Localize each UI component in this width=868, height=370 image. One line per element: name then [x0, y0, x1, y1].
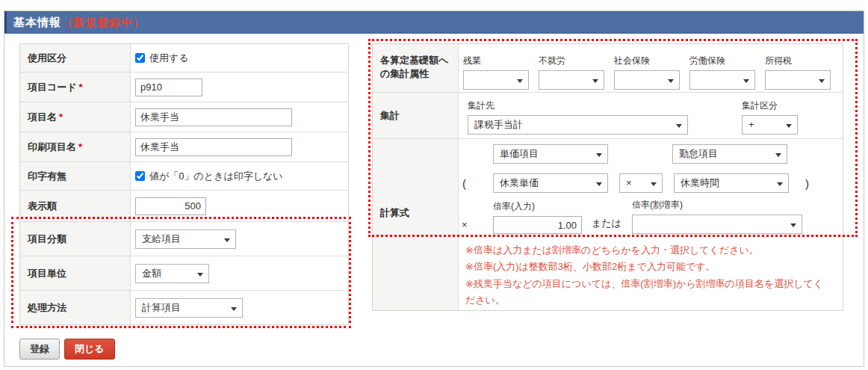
income-tax-select[interactable] — [765, 70, 831, 90]
panel-status: （新規登録中） — [61, 16, 145, 28]
print-name-label: 印刷項目名 — [28, 141, 76, 154]
notes: ※倍率は入力または割増率のどちらかを入力・選択してください。 ※倍率(入力)は整… — [459, 235, 843, 310]
or-text: または — [582, 217, 632, 234]
panel-body: 使用区分 使用する 項目コード* 項目名* — [4, 34, 864, 367]
button-row: 登録 閉じる — [19, 339, 349, 360]
labor-insurance-select[interactable] — [689, 70, 755, 90]
required-mark: * — [79, 81, 83, 93]
print-flag-checkbox[interactable] — [135, 171, 145, 181]
aggregate-dest-group: 集計先 課税手当計 — [468, 99, 688, 135]
aggregate-type-label: 集計区分 — [742, 99, 798, 112]
process-method-select[interactable]: 計算項目 — [135, 298, 243, 318]
display-order-label: 表示順 — [28, 200, 57, 213]
row-item-name: 項目名* — [20, 102, 348, 132]
overtime-group: 残業 — [463, 55, 529, 90]
operator-select[interactable]: × — [619, 173, 663, 193]
aggregate-type-select[interactable]: + — [742, 115, 798, 135]
aggregate-dest-select[interactable]: 課税手当計 — [468, 115, 688, 135]
row-usage: 使用区分 使用する — [20, 44, 348, 73]
item-code-input[interactable] — [135, 78, 202, 96]
attendance-item-type-select[interactable]: 勤怠項目 — [672, 144, 787, 164]
unit-item-select[interactable]: 休業単価 — [493, 173, 608, 193]
absence-select[interactable] — [539, 70, 604, 90]
social-insurance-label: 社会保険 — [614, 55, 680, 67]
row-formula: 計算式 単価項目 勤怠項目 ( 休業単価 × 休業時間 ) — [373, 139, 843, 235]
rate-percent-select[interactable] — [632, 215, 802, 234]
rate-input[interactable] — [493, 216, 582, 234]
register-button[interactable]: 登録 — [19, 339, 60, 360]
print-flag-checkbox-wrap[interactable]: 値が「0」のときは印字しない — [135, 170, 283, 183]
absence-label: 不就労 — [539, 55, 604, 67]
social-insurance-group: 社会保険 — [614, 55, 680, 90]
rate-percent-group: 倍率(割増率) — [632, 199, 802, 234]
open-paren: ( — [462, 177, 493, 190]
item-code-label: 項目コード — [28, 81, 77, 94]
left-column: 使用区分 使用する 項目コード* 項目名* — [19, 43, 349, 360]
required-mark: * — [59, 111, 63, 123]
panel-header: 基本情報（新規登録中） — [4, 11, 864, 34]
print-name-input[interactable] — [135, 138, 292, 156]
item-unit-label: 項目単位 — [28, 267, 66, 280]
income-tax-group: 所得税 — [765, 55, 831, 90]
note-line: ※残業手当などの項目については、倍率(割増率)から割増率の項目名を選択してくださ… — [465, 276, 832, 309]
note-line: ※倍率(入力)は整数部3桁、小数部2桁まで入力可能です。 — [465, 259, 832, 275]
usage-checkbox[interactable] — [135, 53, 145, 63]
attendance-item-select[interactable]: 休業時間 — [674, 173, 789, 193]
close-paren: ) — [805, 177, 809, 190]
unit-item-type-select[interactable]: 単価項目 — [493, 144, 608, 164]
overtime-select[interactable] — [463, 70, 529, 90]
basic-info-panel: 基本情報（新規登録中） 使用区分 使用する 項目コード* — [4, 10, 864, 367]
required-mark: * — [78, 141, 82, 152]
social-insurance-select[interactable] — [614, 70, 680, 90]
multiply-sign: × — [462, 219, 493, 234]
row-print-name: 印刷項目名* — [20, 132, 348, 162]
aggregate-dest-label: 集計先 — [468, 99, 688, 112]
row-aggregate: 集計 集計先 課税手当計 集計区分 + — [373, 93, 843, 139]
item-unit-select[interactable]: 金額 — [135, 264, 209, 283]
calculation-table: 各算定基礎額への集計属性 残業 不就労 社会保険 — [372, 43, 843, 311]
item-category-label: 項目分類 — [28, 232, 66, 246]
rate-percent-label: 倍率(割増率) — [632, 199, 802, 212]
income-tax-label: 所得税 — [765, 55, 831, 67]
row-item-code: 項目コード* — [20, 73, 348, 102]
close-button[interactable]: 閉じる — [64, 339, 115, 360]
rate-input-group: 倍率(入力) — [493, 200, 582, 234]
process-method-label: 処理方法 — [28, 301, 66, 315]
panel-title: 基本情報 — [13, 16, 61, 28]
aggregate-label: 集計 — [380, 109, 400, 123]
row-process-method: 処理方法 計算項目 — [20, 291, 348, 324]
row-notes: ※倍率は入力または割増率のどちらかを入力・選択してください。 ※倍率(入力)は整… — [373, 235, 843, 310]
aggregate-attrs-label: 各算定基礎額への集計属性 — [380, 54, 452, 80]
row-print-flag: 印字有無 値が「0」のときは印字しない — [20, 162, 348, 191]
item-name-label: 項目名 — [28, 111, 57, 124]
basic-settings-table: 使用区分 使用する 項目コード* 項目名* — [19, 43, 349, 325]
item-name-input[interactable] — [135, 108, 292, 126]
row-display-order: 表示順 — [20, 191, 348, 222]
rate-input-label: 倍率(入力) — [493, 200, 582, 213]
note-line: ※倍率は入力または割増率のどちらかを入力・選択してください。 — [465, 242, 832, 259]
display-order-input[interactable] — [135, 197, 206, 215]
aggregate-type-group: 集計区分 + — [742, 99, 798, 135]
usage-label: 使用区分 — [28, 52, 66, 65]
labor-insurance-group: 労働保険 — [689, 55, 755, 90]
labor-insurance-label: 労働保険 — [689, 55, 755, 67]
right-column: 各算定基礎額への集計属性 残業 不就労 社会保険 — [372, 43, 843, 311]
usage-checkbox-wrap[interactable]: 使用する — [135, 52, 189, 65]
item-category-select[interactable]: 支給項目 — [135, 229, 236, 249]
row-item-unit: 項目単位 金額 — [20, 256, 348, 291]
row-aggregate-attrs: 各算定基礎額への集計属性 残業 不就労 社会保険 — [373, 44, 843, 93]
usage-checkbox-label: 使用する — [149, 52, 189, 65]
print-flag-checkbox-label: 値が「0」のときは印字しない — [149, 170, 283, 183]
formula-label: 計算式 — [380, 206, 409, 220]
overtime-label: 残業 — [463, 55, 529, 67]
row-item-category: 項目分類 支給項目 — [20, 222, 348, 256]
absence-group: 不就労 — [539, 55, 604, 90]
print-flag-label: 印字有無 — [28, 170, 66, 183]
